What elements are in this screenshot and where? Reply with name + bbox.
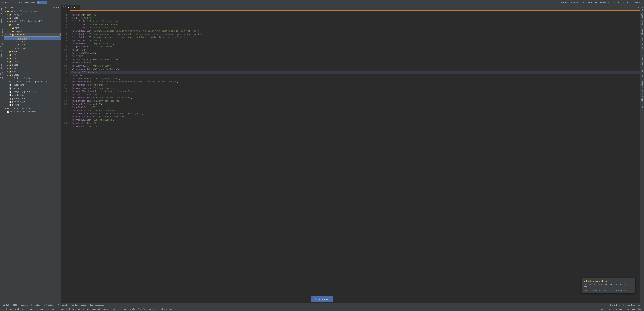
- screenshot-button[interactable]: Screenshot: [311, 297, 333, 302]
- line-34: 34: [62, 115, 67, 119]
- tree-ur-json[interactable]: { } ur.json: [4, 43, 60, 46]
- toolbar-gear[interactable]: ⚙: [622, 1, 626, 4]
- tree-metadata[interactable]: 📄 .metadata: [4, 87, 60, 90]
- bottom-tab-layout-inspector[interactable]: Layout Inspector: [622, 304, 643, 307]
- file-tab-active[interactable]: en.json: [37, 1, 47, 4]
- tree-gitignore[interactable]: 📄 .gitignore: [4, 83, 60, 87]
- code-line-7: "introSubTitle1" : "We make it simple to…: [70, 29, 640, 33]
- line-22: 22: [62, 77, 67, 80]
- tree-en-json[interactable]: { } en.json: [4, 36, 60, 40]
- sidebar-item-structure[interactable]: Structure: [0, 49, 3, 59]
- right-tab-adb-wifi[interactable]: ADB Wi-Fi: [641, 69, 644, 79]
- build-arrow: ▼: [7, 50, 9, 53]
- bottom-tab-event-log[interactable]: Event Log: [608, 304, 621, 307]
- code-line-30: "resendOtp" : "Resend OTP",: [70, 103, 640, 106]
- project-icon-collapse[interactable]: ≡: [56, 6, 57, 8]
- tree-test[interactable]: ▶ 📁 test: [4, 67, 60, 70]
- tree-external-libraries[interactable]: ▶ 📚 External Libraries: [4, 107, 60, 110]
- sidebar-item-project[interactable]: Project: [0, 6, 3, 16]
- tab-close-en-json[interactable]: ✕: [77, 6, 78, 8]
- tree-hi-json[interactable]: { } hi.json: [4, 40, 60, 43]
- flutter-plugins-label: .flutter-plugins: [12, 77, 32, 80]
- bottom-tab-dart-analysis[interactable]: Dart Analysis: [88, 304, 106, 307]
- run-config-selector[interactable]: RMX3265 (mobile): [560, 1, 580, 4]
- tree-macos[interactable]: ▶ 📁 macos: [4, 63, 60, 67]
- tree-pubspec-yaml[interactable]: 📄 pubspec.yaml: [4, 100, 60, 104]
- code-editor[interactable]: { "appName" : "eRestro", "madeBy" : "Mad…: [68, 10, 640, 303]
- idea-label: .idea: [12, 17, 18, 19]
- tree-erestro-db[interactable]: 🗄 eRestro.db: [4, 46, 60, 50]
- tree-readme[interactable]: 📄 README.md: [4, 104, 60, 107]
- bottom-tab-git[interactable]: ⎇ Git: [1, 304, 11, 307]
- tree-linux[interactable]: ▶ 📁 linux: [4, 60, 60, 63]
- bottom-tab-profiler[interactable]: Profiler: [30, 304, 42, 307]
- analysis-label: analysis_options.yaml: [12, 91, 38, 93]
- right-tab-flutter-outline[interactable]: Flutter Outline: [641, 20, 644, 36]
- ur-json-label: ur.json: [17, 44, 25, 46]
- right-tab-device-manager[interactable]: Device Manager: [641, 54, 644, 68]
- line-12: 12: [62, 45, 67, 49]
- tree-erestro-iml[interactable]: 📄 erestro.iml: [4, 93, 60, 97]
- debug-button[interactable]: 🐛: [617, 1, 621, 4]
- tree-web[interactable]: ▶ 📁 web: [4, 70, 60, 73]
- tree-idea[interactable]: ▶ 📁 .idea: [4, 16, 60, 20]
- code-line-27: "enterOtp" : "Enter OTP",: [70, 93, 640, 96]
- right-tab-device-file-explorer[interactable]: Device File Explorer: [641, 89, 644, 109]
- todo-label: TODO: [13, 304, 17, 306]
- git-branch[interactable]: Git: ↑ master: [626, 1, 643, 4]
- tree-dart-tool[interactable]: ▶ 📁 .dart_tool: [4, 13, 60, 16]
- tree-windows[interactable]: ▶ 📁 windows: [4, 73, 60, 77]
- bottom-tab-app-inspection[interactable]: App Inspection: [69, 304, 88, 307]
- web-arrow: ▶: [7, 70, 9, 73]
- project-icon-settings[interactable]: ⚙: [54, 6, 55, 8]
- tree-ios[interactable]: ▶ 📁 ios: [4, 53, 60, 57]
- project-icon-close[interactable]: ✕: [58, 6, 59, 8]
- tree-lib[interactable]: ▶ 📁 lib: [4, 57, 60, 60]
- status-position[interactable]: 20:26: [598, 308, 604, 310]
- bottom-tab-problems[interactable]: ⚠ Problems: [42, 304, 56, 307]
- tree-pubspec-lock[interactable]: 🔒 pubspec.lock: [4, 97, 60, 100]
- tab-en-json[interactable]: { } en.json ✕: [61, 5, 80, 9]
- right-tab-emulator[interactable]: Emulator: [641, 79, 644, 88]
- right-tab-flutter-inspector[interactable]: Flutter Inspector: [641, 36, 644, 53]
- tree-build[interactable]: ▼ 📂 build: [4, 50, 60, 53]
- notif-body: Do you want to update your Kotlin code s…: [584, 283, 633, 288]
- tree-flutter-plugins[interactable]: 🔌 .flutter-plugins: [4, 77, 60, 80]
- project-tree: ▼ 📁 erestro ~/Documents/erestro ▶ 📁 .dar…: [4, 10, 60, 303]
- code-line-25: "otpVerification" : "OTP verification",: [70, 87, 640, 90]
- tree-flutter-plugins-dep[interactable]: 🔌 .flutter-plugins-dependencies: [4, 80, 60, 83]
- assets-menu[interactable]: assets: [14, 1, 23, 4]
- tree-languages[interactable]: ▼ 📂 languages: [4, 33, 60, 36]
- notif-dont-show-link[interactable]: Don't show again: [608, 290, 626, 292]
- status-schema[interactable]: No JSON schema: [627, 308, 643, 310]
- event-log-label: Event Log: [610, 304, 620, 306]
- tree-android[interactable]: ▶ 📁 android [erestro_android]: [4, 20, 60, 23]
- tree-images[interactable]: ▶ 📁 images: [4, 30, 60, 33]
- dart-tool-label: .dart_tool: [12, 13, 24, 16]
- dart-tool-arrow: ▶: [7, 13, 9, 16]
- tree-assets[interactable]: ▼ 📂 assets: [4, 23, 60, 26]
- main-dart-selector[interactable]: main.dart: [581, 1, 593, 4]
- bottom-tab-todo[interactable]: TODO: [11, 304, 19, 307]
- sidebar-item-build-variants[interactable]: Build Variants: [0, 70, 3, 80]
- sidebar-item-resource-manager[interactable]: Resource Manager: [0, 38, 3, 48]
- bottom-tab-logcat[interactable]: Logcat: [19, 304, 29, 307]
- status-encoding[interactable]: LF UTF-8: [606, 308, 614, 310]
- languages-menu[interactable]: languages: [24, 1, 36, 4]
- sidebar-item-pull-requests[interactable]: Pull Requests: [0, 27, 3, 37]
- tree-root[interactable]: ▼ 📁 erestro ~/Documents/erestro: [4, 10, 60, 13]
- right-tab-notifications[interactable]: Notifications: [641, 6, 644, 20]
- sidebar-item-commit[interactable]: Commit: [0, 17, 3, 27]
- hi-json-label: hi.json: [17, 40, 25, 43]
- run-button[interactable]: ▶: [613, 1, 616, 4]
- bottom-tab-terminal[interactable]: Terminal: [56, 304, 69, 307]
- status-indent[interactable]: 2 spaces: [616, 308, 625, 310]
- editor-content[interactable]: 1 2 3 4 5 6 7 8 9 10 11 12 13 14 15 16 1…: [61, 10, 640, 303]
- status-bar: Kotlin code style: Do you want to update…: [0, 307, 644, 311]
- profiler-label: Profiler: [31, 304, 40, 306]
- tree-font[interactable]: ▶ 📁 font: [4, 26, 60, 30]
- notif-apply-link[interactable]: Apply the code style: [584, 290, 606, 292]
- tree-analysis-options[interactable]: 📄 analysis_options.yaml: [4, 90, 60, 93]
- sidebar-item-favorites[interactable]: Favorites: [0, 60, 3, 70]
- tree-scratches[interactable]: ▶ 📝 Scratches and Consoles: [4, 110, 60, 114]
